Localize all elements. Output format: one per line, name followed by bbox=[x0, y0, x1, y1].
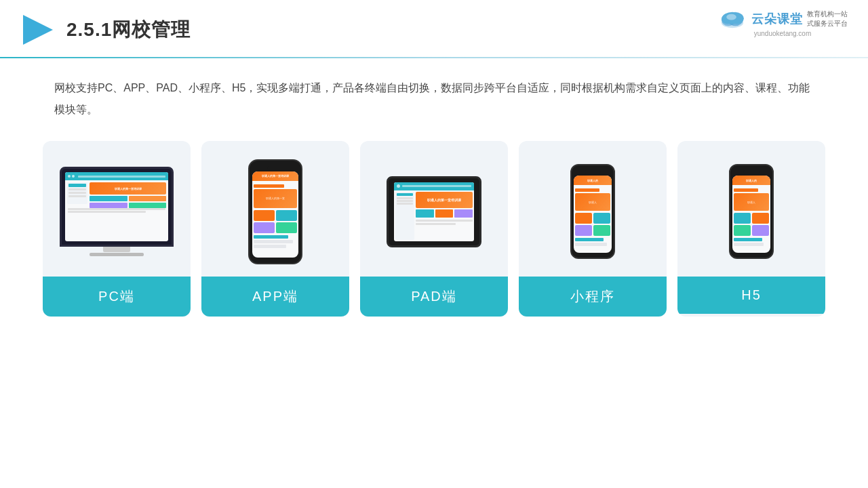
pc-mockup: 职通人的第一堂培训课 bbox=[60, 167, 174, 256]
card-miniprogram: 职通人的 职通人 bbox=[519, 141, 667, 317]
card-miniprogram-label: 小程序 bbox=[519, 277, 667, 317]
brand-slogan: 教育机构一站式服务云平台 bbox=[807, 9, 848, 28]
logo-arrow-icon bbox=[20, 12, 56, 47]
app-phone-mockup: 职通人的第一堂培训课 职通人的第一堂 bbox=[248, 159, 302, 264]
cards-container: 职通人的第一堂培训课 bbox=[0, 134, 868, 317]
card-pc-label: PC端 bbox=[43, 277, 191, 317]
card-h5-image: 职通人的 职通人 bbox=[677, 141, 825, 277]
pad-tablet-mockup: 职通人的第一堂培训课 bbox=[387, 176, 481, 247]
svg-marker-0 bbox=[23, 15, 53, 45]
card-pc: 职通人的第一堂培训课 bbox=[43, 141, 191, 317]
description-paragraph: 网校支持PC、APP、PAD、小程序、H5，实现多端打通，产品各终端自由切换，数… bbox=[54, 77, 814, 121]
card-pad: 职通人的第一堂培训课 bbox=[360, 141, 508, 317]
card-pc-image: 职通人的第一堂培训课 bbox=[43, 141, 191, 277]
card-app-label: APP端 bbox=[201, 277, 349, 317]
page-title: 2.5.1网校管理 bbox=[66, 17, 191, 43]
card-pad-label: PAD端 bbox=[360, 277, 508, 317]
description-text: 网校支持PC、APP、PAD、小程序、H5，实现多端打通，产品各终端自由切换，数… bbox=[0, 58, 868, 134]
card-app-image: 职通人的第一堂培训课 职通人的第一堂 bbox=[201, 141, 349, 277]
miniprogram-phone-mockup: 职通人的 职通人 bbox=[570, 164, 615, 259]
h5-phone-mockup: 职通人的 职通人 bbox=[729, 164, 774, 259]
card-app: 职通人的第一堂培训课 职通人的第一堂 bbox=[201, 141, 349, 317]
brand-url: yunduoketang.com bbox=[754, 30, 812, 37]
card-h5-label: H5 bbox=[677, 277, 825, 314]
card-miniprogram-image: 职通人的 职通人 bbox=[519, 141, 667, 277]
card-pad-image: 职通人的第一堂培训课 bbox=[360, 141, 508, 277]
brand-logo: 云朵课堂 教育机构一站式服务云平台 yunduoketang.com bbox=[717, 8, 848, 37]
cloud-icon bbox=[717, 8, 747, 30]
header: 2.5.1网校管理 云朵课堂 教育机构一站式服务云平台 yunduoketang… bbox=[0, 0, 868, 47]
card-h5: 职通人的 职通人 bbox=[677, 141, 825, 317]
brand-name: 云朵课堂 bbox=[751, 11, 803, 27]
svg-point-7 bbox=[726, 14, 736, 20]
